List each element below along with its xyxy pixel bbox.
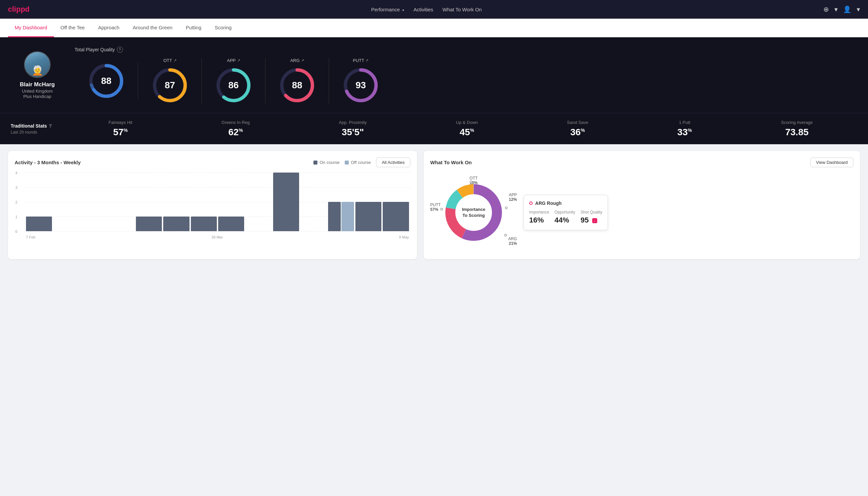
grid-line-0: 0 [25,231,410,232]
add-button[interactable]: ⊕ [823,5,829,13]
tab-putting[interactable]: Putting [179,19,208,37]
scores-row: 88 OTT ↗ 87 [75,58,857,104]
x-label-mar: 28 Mar [211,235,223,239]
svg-text:To Scoring: To Scoring [462,213,485,218]
tpq-label: Total Player Quality ? [75,47,857,52]
tpq-section: Total Player Quality ? 88 [75,47,857,104]
tooltip-stat-importance: Importance 16% [529,210,549,224]
donut-dot-ott [470,181,472,183]
donut-dot-arg [504,234,507,236]
player-handicap: Plus Handicap [23,94,51,99]
shot-quality-badge: ↓ [592,218,597,223]
trad-subtitle: Last 20 rounds [11,130,64,135]
player-name: Blair McHarg [20,81,55,88]
stat-items: Fairways Hit 57% Greens In Reg 62% App. … [64,120,857,138]
wtwo-inner: OTT10% APP12% ARG21% PUTT57% [430,173,853,252]
y-label-3: 3 [15,186,17,189]
donut-label-arg: ARG21% [508,236,517,246]
tab-my-dashboard[interactable]: My Dashboard [8,19,54,37]
app-label: APP ↗ [227,58,240,63]
activity-card-header: Activity - 3 Months - Weekly On course O… [15,158,410,167]
stat-1putt-value: 33% [678,127,692,138]
wtwo-title: What To Work On [430,159,472,165]
score-arg: ARG ↗ 88 [266,58,329,104]
tooltip-importance-label: Importance [529,210,549,215]
player-country: United Kingdom [22,89,53,94]
bottom-section: Activity - 3 Months - Weekly On course O… [0,144,868,266]
tooltip-opportunity-value: 44% [555,216,575,224]
stat-scoring-avg: Scoring Average 73.85 [781,120,813,138]
user-dropdown-icon: ▾ [857,5,860,13]
score-total-value: 88 [101,76,111,86]
stat-up-and-down: Up & Down 45% [456,120,478,138]
legend-oncourse-label: On course [319,160,340,165]
bar-oncourse-5 [163,217,189,231]
stat-up-down-label: Up & Down [456,120,478,125]
score-arg-value: 88 [292,80,302,91]
stat-sand-save-label: Sand Save [567,120,588,125]
nav-performance[interactable]: Performance ▾ [371,7,404,12]
ring-ott: 87 [152,67,188,104]
nav-activities[interactable]: Activities [413,7,433,12]
avatar-image: 🧑‍🦳 [25,52,50,77]
user-icon[interactable]: 👤 [843,5,851,13]
trad-title: Traditional Stats ? [11,123,64,128]
score-putt-value: 93 [356,80,366,91]
stat-up-down-value: 45% [460,127,474,138]
bar-oncourse-11 [328,202,341,231]
traditional-stats: Traditional Stats ? Last 20 rounds Fairw… [0,113,868,144]
tooltip-header: ARG Rough [529,201,602,206]
y-label-1: 1 [15,215,17,219]
donut-label-app: APP12% [509,192,517,202]
bars-container [25,173,410,231]
activity-legend: On course Off course All Activities [313,158,410,167]
svg-point-15 [456,195,492,231]
tooltip-opportunity-label: Opportunity [555,210,575,215]
trad-help-icon[interactable]: ? [49,123,52,128]
tooltip-shot-quality-label: Shot Quality [581,210,602,215]
tooltip-stat-shot-quality: Shot Quality 95 ↓ [581,210,602,224]
x-label-feb: 7 Feb [26,235,35,239]
tab-bar: My Dashboard Off the Tee Approach Around… [0,19,868,37]
score-ott: OTT ↗ 87 [138,58,202,104]
top-nav: clippd Performance ▾ Activities What To … [0,0,868,19]
legend-offcourse: Off course [345,160,371,165]
stat-1putt-label: 1 Putt [679,120,690,125]
tooltip-title: ARG Rough [535,201,562,206]
score-app-value: 86 [228,80,238,91]
nav-what-to-work-on[interactable]: What To Work On [443,7,482,12]
svg-text:Importance: Importance [462,207,485,212]
hero-section: 🧑‍🦳 Blair McHarg United Kingdom Plus Han… [0,37,868,113]
stat-app-prox-value: 35'5" [342,127,364,138]
stat-app-prox-label: App. Proximity [339,120,367,125]
bar-oncourse-6 [191,217,217,231]
bar-oncourse-4 [136,217,162,231]
y-label-0: 0 [15,230,17,233]
score-ott-value: 87 [164,80,175,91]
y-label-4: 4 [15,171,17,175]
bar-oncourse-12 [356,202,381,231]
stat-scoring-avg-label: Scoring Average [781,120,813,125]
view-dashboard-button[interactable]: View Dashboard [810,158,853,167]
tab-scoring[interactable]: Scoring [208,19,238,37]
nav-links: Performance ▾ Activities What To Work On [371,7,482,12]
stat-fairways-hit: Fairways Hit 57% [109,120,132,138]
stat-app-proximity: App. Proximity 35'5" [339,120,367,138]
score-app: APP ↗ 86 [202,58,266,104]
ring-arg: 88 [279,67,315,104]
stat-greens-in-reg: Greens In Reg 62% [221,120,250,138]
ott-label: OTT ↗ [163,58,176,63]
legend-offcourse-label: Off course [351,160,371,165]
bar-group-6 [191,217,217,231]
tab-off-the-tee[interactable]: Off the Tee [54,19,92,37]
tab-around-the-green[interactable]: Around the Green [126,19,179,37]
bar-oncourse-13 [383,202,409,231]
stat-1-putt: 1 Putt 33% [678,120,692,138]
performance-dropdown-icon: ▾ [403,8,404,12]
donut-label-putt: PUTT57% [430,203,441,212]
y-label-2: 2 [15,200,17,204]
chart-area: 4 3 2 1 0 7 Feb [15,173,410,239]
all-activities-button[interactable]: All Activities [376,158,410,167]
tab-approach[interactable]: Approach [91,19,126,37]
tpq-help-icon[interactable]: ? [117,47,123,52]
